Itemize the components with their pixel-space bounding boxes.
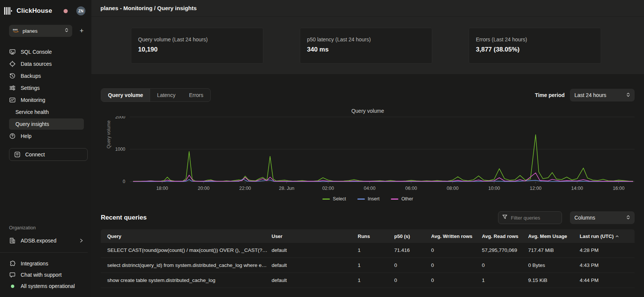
legend-label: Other xyxy=(401,196,413,202)
cell-read-rows: 1 xyxy=(482,277,528,283)
cell-query: show create table system.distributed_cac… xyxy=(101,277,272,283)
sidebar-item-label: Integrations xyxy=(21,261,48,267)
legend-item[interactable]: Insert xyxy=(357,196,380,202)
topbar: planes - Monitoring / Query insights xyxy=(91,0,644,17)
recent-queries-table: Query User Runs p50 (s) Avg. Written row… xyxy=(101,229,635,288)
column-header-last-run[interactable]: Last run (UTC) xyxy=(580,233,635,239)
sidebar-item-chat-support[interactable]: Chat with support xyxy=(9,269,88,280)
sidebar-item-query-insights[interactable]: Query insights xyxy=(9,118,84,130)
legend-item[interactable]: Other xyxy=(391,196,413,202)
time-period-select[interactable]: Last 24 hours xyxy=(570,89,635,102)
logo-row: ClickHouse ZN xyxy=(0,5,88,17)
cell-runs: 1 xyxy=(358,277,394,283)
service-name: planes xyxy=(23,28,38,34)
table-row[interactable]: select distrinct(query_id) from system.d… xyxy=(101,258,635,273)
sidebar-item-sql-console[interactable]: SQL Console xyxy=(9,46,88,58)
stat-label: p50 latency (Last 24 hours) xyxy=(307,36,425,42)
stats-strip: Query volume (Last 24 hours) 10,190 p50 … xyxy=(91,17,644,74)
organization-icon xyxy=(9,237,16,244)
table-row[interactable]: show create table system.distributed_cac… xyxy=(101,273,635,288)
chart-plot[interactable]: 01000200018:0020:0022:0028. Jun02:0004:0… xyxy=(101,116,635,193)
app-title: ClickHouse xyxy=(17,7,52,15)
columns-select-value: Columns xyxy=(574,215,595,221)
cell-mem-usage: 0 Bytes xyxy=(528,262,580,268)
legend-swatch xyxy=(391,199,398,200)
svg-text:20:00: 20:00 xyxy=(198,186,210,191)
stat-value: 340 ms xyxy=(307,46,425,53)
sidebar-item-integrations[interactable]: Integrations xyxy=(9,258,88,269)
svg-text:02:00: 02:00 xyxy=(322,186,334,191)
stat-label: Query volume (Last 24 hours) xyxy=(138,36,256,42)
sidebar-nav: SQL Console Data sources Backups Setting… xyxy=(0,46,88,142)
column-header-user[interactable]: User xyxy=(272,233,358,239)
svg-text:12:00: 12:00 xyxy=(530,186,541,191)
chart-legend: Select Insert Other xyxy=(101,196,635,202)
aws-icon: aws xyxy=(13,27,19,34)
svg-text:2000: 2000 xyxy=(115,116,125,120)
stat-value: 10,190 xyxy=(138,46,256,53)
stat-card-p50-latency: p50 latency (Last 24 hours) 340 ms xyxy=(300,28,432,64)
svg-text:14:00: 14:00 xyxy=(571,186,583,191)
column-header-p50[interactable]: p50 (s) xyxy=(394,233,431,239)
organization-item[interactable]: ADSB.exposed xyxy=(9,235,88,246)
backups-icon xyxy=(9,73,16,79)
cell-query: SELECT CAST(round(pow(count() / max(coun… xyxy=(101,247,272,253)
svg-text:22:00: 22:00 xyxy=(239,186,251,191)
settings-icon xyxy=(9,85,16,91)
tab-latency[interactable]: Latency xyxy=(150,89,182,102)
sidebar-item-settings[interactable]: Settings xyxy=(9,82,88,94)
add-service-button[interactable]: + xyxy=(77,26,87,36)
filter-queries-input[interactable] xyxy=(511,215,556,221)
svg-text:18:00: 18:00 xyxy=(156,186,168,191)
notification-dot[interactable] xyxy=(64,9,68,13)
system-status[interactable]: All systems operational xyxy=(9,280,88,292)
svg-text:aws: aws xyxy=(13,28,18,31)
recent-queries-section: Recent queries Columns xyxy=(101,211,635,288)
column-header-query[interactable]: Query xyxy=(101,233,272,239)
data-sources-icon xyxy=(9,61,16,67)
table-row[interactable]: SELECT CAST(round(pow(count() / max(coun… xyxy=(101,243,635,258)
sidebar-item-label: Help xyxy=(21,133,32,139)
cell-p50: 0 xyxy=(394,262,431,268)
legend-swatch xyxy=(357,199,365,200)
avatar[interactable]: ZN xyxy=(76,6,85,15)
sidebar-item-data-sources[interactable]: Data sources xyxy=(9,58,88,70)
column-header-mem-usage[interactable]: Avg. Mem Usage xyxy=(528,233,580,239)
column-header-runs[interactable]: Runs xyxy=(358,233,394,239)
legend-swatch xyxy=(322,199,330,200)
sidebar-item-help[interactable]: Help xyxy=(9,130,88,142)
tab-errors[interactable]: Errors xyxy=(182,89,210,102)
column-header-read-rows[interactable]: Avg. Read rows xyxy=(482,233,528,239)
columns-select[interactable]: Columns xyxy=(570,211,635,224)
sidebar-item-monitoring[interactable]: Monitoring xyxy=(9,94,88,106)
sidebar-item-service-health[interactable]: Service health xyxy=(9,106,84,118)
cell-p50: 0 xyxy=(394,277,431,283)
query-volume-chart: Query volume Query volume 01000200018:00… xyxy=(101,108,635,202)
cell-query: select distrinct(query_id) from system.d… xyxy=(101,262,272,268)
cell-user: default xyxy=(272,247,358,253)
service-selector[interactable]: aws planes xyxy=(9,25,72,37)
organization-name: ADSB.exposed xyxy=(21,238,56,244)
tab-query-volume[interactable]: Query volume xyxy=(101,89,150,102)
column-header-written-rows[interactable]: Avg. Written rows xyxy=(431,233,482,239)
legend-label: Select xyxy=(333,196,346,202)
sort-ascending-icon xyxy=(615,235,619,238)
cell-runs: 1 xyxy=(358,247,394,253)
sidebar-item-backups[interactable]: Backups xyxy=(9,70,88,82)
cell-read-rows: 57,295,770,069 xyxy=(482,247,528,253)
sidebar-item-label: Chat with support xyxy=(21,272,62,278)
stat-card-errors: Errors (Last 24 hours) 3,877 (38.05%) xyxy=(469,28,601,64)
sidebar: ClickHouse ZN aws planes + SQL Conso xyxy=(0,0,91,297)
recent-queries-title: Recent queries xyxy=(101,214,147,221)
connect-button[interactable]: Connect xyxy=(9,148,88,161)
svg-text:04:00: 04:00 xyxy=(364,186,375,191)
help-icon xyxy=(9,133,16,139)
cell-mem-usage: 717.47 MiB xyxy=(528,247,580,253)
table-header-row: Query User Runs p50 (s) Avg. Written row… xyxy=(101,229,635,243)
cell-written-rows: 0 xyxy=(431,277,482,283)
chevron-right-icon xyxy=(79,238,83,243)
stat-value: 3,877 (38.05%) xyxy=(476,46,594,53)
legend-item[interactable]: Select xyxy=(322,196,346,202)
sidebar-item-label: Query insights xyxy=(15,121,49,127)
svg-text:28. Jun: 28. Jun xyxy=(279,186,294,191)
